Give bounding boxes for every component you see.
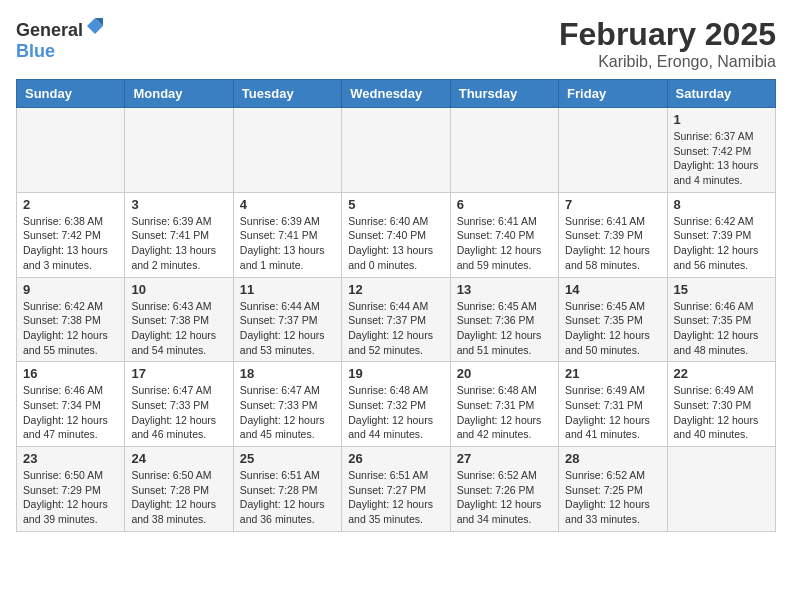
page-header: General Blue February 2025 Karibib, Eron… [16,16,776,71]
calendar-day-cell [233,108,341,193]
day-info: Sunrise: 6:44 AM Sunset: 7:37 PM Dayligh… [240,299,335,358]
calendar-day-cell: 13Sunrise: 6:45 AM Sunset: 7:36 PM Dayli… [450,277,558,362]
day-number: 25 [240,451,335,466]
day-info: Sunrise: 6:46 AM Sunset: 7:35 PM Dayligh… [674,299,769,358]
day-info: Sunrise: 6:52 AM Sunset: 7:25 PM Dayligh… [565,468,660,527]
day-info: Sunrise: 6:48 AM Sunset: 7:31 PM Dayligh… [457,383,552,442]
day-info: Sunrise: 6:51 AM Sunset: 7:28 PM Dayligh… [240,468,335,527]
day-number: 1 [674,112,769,127]
calendar-day-cell [450,108,558,193]
calendar-week-row: 23Sunrise: 6:50 AM Sunset: 7:29 PM Dayli… [17,447,776,532]
calendar-week-row: 1Sunrise: 6:37 AM Sunset: 7:42 PM Daylig… [17,108,776,193]
calendar-day-cell: 2Sunrise: 6:38 AM Sunset: 7:42 PM Daylig… [17,192,125,277]
calendar-day-cell: 4Sunrise: 6:39 AM Sunset: 7:41 PM Daylig… [233,192,341,277]
day-info: Sunrise: 6:47 AM Sunset: 7:33 PM Dayligh… [240,383,335,442]
day-info: Sunrise: 6:50 AM Sunset: 7:28 PM Dayligh… [131,468,226,527]
day-info: Sunrise: 6:44 AM Sunset: 7:37 PM Dayligh… [348,299,443,358]
day-number: 2 [23,197,118,212]
day-info: Sunrise: 6:43 AM Sunset: 7:38 PM Dayligh… [131,299,226,358]
weekday-header-cell: Friday [559,80,667,108]
day-info: Sunrise: 6:41 AM Sunset: 7:40 PM Dayligh… [457,214,552,273]
day-number: 23 [23,451,118,466]
calendar-day-cell: 26Sunrise: 6:51 AM Sunset: 7:27 PM Dayli… [342,447,450,532]
location-title: Karibib, Erongo, Namibia [559,53,776,71]
day-number: 27 [457,451,552,466]
day-number: 24 [131,451,226,466]
day-number: 14 [565,282,660,297]
calendar-day-cell: 11Sunrise: 6:44 AM Sunset: 7:37 PM Dayli… [233,277,341,362]
calendar-day-cell [559,108,667,193]
calendar-day-cell: 8Sunrise: 6:42 AM Sunset: 7:39 PM Daylig… [667,192,775,277]
logo-blue: Blue [16,41,55,61]
calendar-day-cell: 6Sunrise: 6:41 AM Sunset: 7:40 PM Daylig… [450,192,558,277]
calendar-day-cell [125,108,233,193]
calendar-table: SundayMondayTuesdayWednesdayThursdayFrid… [16,79,776,532]
weekday-header-cell: Sunday [17,80,125,108]
day-info: Sunrise: 6:42 AM Sunset: 7:39 PM Dayligh… [674,214,769,273]
day-number: 20 [457,366,552,381]
day-info: Sunrise: 6:51 AM Sunset: 7:27 PM Dayligh… [348,468,443,527]
weekday-header-row: SundayMondayTuesdayWednesdayThursdayFrid… [17,80,776,108]
logo-general: General [16,20,83,40]
day-info: Sunrise: 6:38 AM Sunset: 7:42 PM Dayligh… [23,214,118,273]
day-number: 16 [23,366,118,381]
day-info: Sunrise: 6:49 AM Sunset: 7:31 PM Dayligh… [565,383,660,442]
day-number: 6 [457,197,552,212]
day-number: 12 [348,282,443,297]
weekday-header-cell: Monday [125,80,233,108]
day-info: Sunrise: 6:50 AM Sunset: 7:29 PM Dayligh… [23,468,118,527]
calendar-day-cell: 10Sunrise: 6:43 AM Sunset: 7:38 PM Dayli… [125,277,233,362]
calendar-week-row: 9Sunrise: 6:42 AM Sunset: 7:38 PM Daylig… [17,277,776,362]
day-info: Sunrise: 6:46 AM Sunset: 7:34 PM Dayligh… [23,383,118,442]
month-title: February 2025 [559,16,776,53]
day-info: Sunrise: 6:42 AM Sunset: 7:38 PM Dayligh… [23,299,118,358]
calendar-day-cell: 1Sunrise: 6:37 AM Sunset: 7:42 PM Daylig… [667,108,775,193]
calendar-day-cell: 22Sunrise: 6:49 AM Sunset: 7:30 PM Dayli… [667,362,775,447]
calendar-day-cell: 28Sunrise: 6:52 AM Sunset: 7:25 PM Dayli… [559,447,667,532]
day-info: Sunrise: 6:39 AM Sunset: 7:41 PM Dayligh… [131,214,226,273]
weekday-header-cell: Tuesday [233,80,341,108]
calendar-day-cell: 19Sunrise: 6:48 AM Sunset: 7:32 PM Dayli… [342,362,450,447]
calendar-day-cell [342,108,450,193]
day-number: 15 [674,282,769,297]
calendar-body: 1Sunrise: 6:37 AM Sunset: 7:42 PM Daylig… [17,108,776,532]
calendar-day-cell: 21Sunrise: 6:49 AM Sunset: 7:31 PM Dayli… [559,362,667,447]
calendar-day-cell: 23Sunrise: 6:50 AM Sunset: 7:29 PM Dayli… [17,447,125,532]
weekday-header-cell: Wednesday [342,80,450,108]
calendar-day-cell [667,447,775,532]
calendar-week-row: 2Sunrise: 6:38 AM Sunset: 7:42 PM Daylig… [17,192,776,277]
day-number: 11 [240,282,335,297]
logo: General Blue [16,16,105,62]
calendar-day-cell: 7Sunrise: 6:41 AM Sunset: 7:39 PM Daylig… [559,192,667,277]
calendar-day-cell [17,108,125,193]
calendar-day-cell: 25Sunrise: 6:51 AM Sunset: 7:28 PM Dayli… [233,447,341,532]
calendar-day-cell: 14Sunrise: 6:45 AM Sunset: 7:35 PM Dayli… [559,277,667,362]
calendar-day-cell: 9Sunrise: 6:42 AM Sunset: 7:38 PM Daylig… [17,277,125,362]
day-info: Sunrise: 6:40 AM Sunset: 7:40 PM Dayligh… [348,214,443,273]
day-info: Sunrise: 6:41 AM Sunset: 7:39 PM Dayligh… [565,214,660,273]
calendar-day-cell: 5Sunrise: 6:40 AM Sunset: 7:40 PM Daylig… [342,192,450,277]
calendar-day-cell: 17Sunrise: 6:47 AM Sunset: 7:33 PM Dayli… [125,362,233,447]
calendar-day-cell: 12Sunrise: 6:44 AM Sunset: 7:37 PM Dayli… [342,277,450,362]
calendar-day-cell: 15Sunrise: 6:46 AM Sunset: 7:35 PM Dayli… [667,277,775,362]
calendar-week-row: 16Sunrise: 6:46 AM Sunset: 7:34 PM Dayli… [17,362,776,447]
day-info: Sunrise: 6:45 AM Sunset: 7:36 PM Dayligh… [457,299,552,358]
day-number: 7 [565,197,660,212]
day-info: Sunrise: 6:45 AM Sunset: 7:35 PM Dayligh… [565,299,660,358]
day-info: Sunrise: 6:48 AM Sunset: 7:32 PM Dayligh… [348,383,443,442]
day-number: 17 [131,366,226,381]
calendar-day-cell: 3Sunrise: 6:39 AM Sunset: 7:41 PM Daylig… [125,192,233,277]
day-number: 3 [131,197,226,212]
day-number: 22 [674,366,769,381]
calendar-day-cell: 24Sunrise: 6:50 AM Sunset: 7:28 PM Dayli… [125,447,233,532]
day-number: 4 [240,197,335,212]
calendar-day-cell: 18Sunrise: 6:47 AM Sunset: 7:33 PM Dayli… [233,362,341,447]
calendar-day-cell: 16Sunrise: 6:46 AM Sunset: 7:34 PM Dayli… [17,362,125,447]
day-number: 13 [457,282,552,297]
day-info: Sunrise: 6:49 AM Sunset: 7:30 PM Dayligh… [674,383,769,442]
day-number: 18 [240,366,335,381]
logo-icon [85,16,105,36]
weekday-header-cell: Saturday [667,80,775,108]
day-number: 10 [131,282,226,297]
calendar-day-cell: 27Sunrise: 6:52 AM Sunset: 7:26 PM Dayli… [450,447,558,532]
